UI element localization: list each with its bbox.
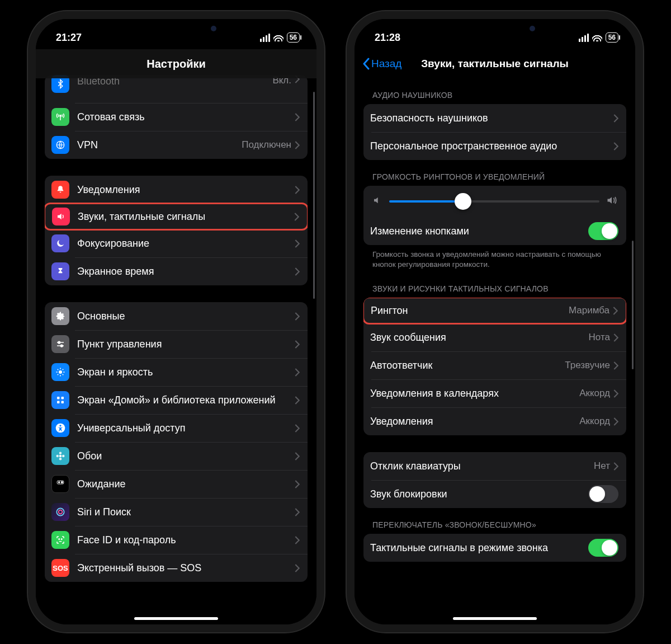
accessibility-icon xyxy=(51,419,69,437)
row-display[interactable]: Экран и яркость xyxy=(45,358,308,386)
volume-footer: Громкость звонка и уведомлений можно нас… xyxy=(363,245,626,272)
label: Звук сообщения xyxy=(370,331,589,344)
row-text-tone[interactable]: Звук сообщения Нота xyxy=(363,323,626,351)
row-calendar-alerts[interactable]: Уведомления в календарях Аккорд xyxy=(363,379,626,407)
label: Обои xyxy=(77,450,295,463)
scroll-indicator[interactable] xyxy=(632,241,634,369)
label: Экран «Домой» и библиотека приложений xyxy=(77,394,295,407)
volume-low-icon xyxy=(372,195,382,208)
standby-icon xyxy=(51,475,69,493)
section-header-ringer: ПЕРЕКЛЮЧАТЕЛЬ «ЗВОНОК/БЕСШУМНО» xyxy=(363,508,626,534)
row-bluetooth[interactable]: Bluetooth Вкл. xyxy=(45,75,308,103)
row-lock-sound[interactable]: Звук блокировки xyxy=(363,480,626,508)
row-ringtone[interactable]: Рингтон Маримба xyxy=(363,298,626,325)
label: Отклик клавиатуры xyxy=(370,460,594,473)
svg-point-12 xyxy=(59,452,62,455)
row-reminder-alerts[interactable]: Уведомления Аккорд xyxy=(363,407,626,435)
sun-icon xyxy=(51,363,69,381)
row-vpn[interactable]: VPN Подключен xyxy=(45,131,308,159)
row-homescreen[interactable]: Экран «Домой» и библиотека приложений xyxy=(45,386,308,414)
chevron-right-icon xyxy=(295,452,300,460)
chevron-right-icon xyxy=(295,396,300,405)
chevron-right-icon xyxy=(295,239,300,248)
nav-back-button[interactable]: Назад xyxy=(362,58,401,70)
label: Сотовая связь xyxy=(77,111,295,124)
svg-point-17 xyxy=(58,481,60,483)
home-indicator[interactable] xyxy=(134,617,218,620)
row-focus[interactable]: Фокусирование xyxy=(45,229,308,257)
nav-header: Назад Звуки, тактильные сигналы xyxy=(355,49,635,78)
row-standby[interactable]: Ожидание xyxy=(45,470,308,498)
row-voicemail[interactable]: Автоответчик Трезвучие xyxy=(363,351,626,379)
value: Нота xyxy=(589,332,610,343)
svg-point-10 xyxy=(59,425,61,426)
svg-point-20 xyxy=(59,510,63,514)
row-faceid[interactable]: Face ID и код-пароль xyxy=(45,526,308,554)
group-keyboard: Отклик клавиатуры Нет Звук блокировки xyxy=(363,452,626,508)
siri-icon xyxy=(51,503,69,521)
row-cellular[interactable]: Сотовая связь xyxy=(45,103,308,131)
row-notifications[interactable]: Уведомления xyxy=(45,176,308,204)
notch xyxy=(115,19,238,38)
row-accessibility[interactable]: Универсальный доступ xyxy=(45,414,308,442)
gear-icon xyxy=(51,307,69,325)
chevron-right-icon xyxy=(295,312,300,321)
row-spatial-audio[interactable]: Персональное пространственное аудио xyxy=(363,132,626,160)
chevron-right-icon xyxy=(613,142,618,151)
status-time: 21:28 xyxy=(375,32,400,44)
row-sos[interactable]: SOS Экстренный вызов — SOS xyxy=(45,554,308,582)
row-ring-haptic[interactable]: Тактильные сигналы в режиме звонка xyxy=(363,534,626,562)
group-main: Основные Пункт управления Экран и яркост… xyxy=(45,302,308,582)
row-screentime[interactable]: Экранное время xyxy=(45,257,308,285)
switch-lock-sound[interactable] xyxy=(588,485,618,503)
group-sound-patterns: Рингтон Маримба Звук сообщения Нота Авто… xyxy=(363,298,626,435)
chevron-right-icon xyxy=(613,417,618,426)
switch-change-buttons[interactable] xyxy=(588,222,618,240)
value: Подключен xyxy=(242,139,291,151)
label: Изменение кнопками xyxy=(370,225,588,238)
apps-grid-icon xyxy=(51,391,69,409)
group-attention: Уведомления Звуки, тактильные сигналы Фо… xyxy=(45,176,308,285)
row-wallpaper[interactable]: Обои xyxy=(45,442,308,470)
chevron-right-icon xyxy=(295,480,300,488)
row-siri[interactable]: Siri и Поиск xyxy=(45,498,308,526)
switch-ring-haptic[interactable] xyxy=(588,539,618,557)
group-connectivity: Bluetooth Вкл. Сотовая связь VPN xyxy=(45,75,308,159)
label: Уведомления в календарях xyxy=(370,387,579,400)
chevron-right-icon xyxy=(295,267,300,276)
moon-icon xyxy=(51,234,69,252)
chevron-right-icon xyxy=(295,564,300,572)
row-headphone-safety[interactable]: Безопасность наушников xyxy=(363,104,626,132)
chevron-right-icon xyxy=(295,536,300,544)
wifi-icon xyxy=(273,34,283,41)
page-title: Настройки xyxy=(147,58,206,70)
scroll-indicator[interactable] xyxy=(313,92,315,299)
slider-thumb[interactable] xyxy=(455,193,471,210)
value: Нет xyxy=(594,460,610,472)
section-header-volume: ГРОМКОСТЬ РИНГТОНОВ И УВЕДОМЛЕНИЙ xyxy=(363,160,626,186)
label: Фокусирование xyxy=(77,237,295,250)
page-title: Звуки, тактильные сигналы xyxy=(421,58,569,70)
cellular-signal-icon xyxy=(579,34,589,42)
svg-point-19 xyxy=(56,508,64,515)
volume-slider[interactable] xyxy=(389,200,599,203)
label: Звук блокировки xyxy=(370,488,588,501)
row-sounds-haptics[interactable]: Звуки, тактильные сигналы xyxy=(45,203,308,231)
section-header-headphones: АУДИО НАУШНИКОВ xyxy=(363,78,626,104)
chevron-right-icon xyxy=(613,361,618,370)
row-change-with-buttons[interactable]: Изменение кнопками xyxy=(363,217,626,245)
row-general[interactable]: Основные xyxy=(45,302,308,330)
sliders-icon xyxy=(51,335,69,353)
svg-point-11 xyxy=(59,455,62,458)
row-keyboard-feedback[interactable]: Отклик клавиатуры Нет xyxy=(363,452,626,480)
label: Тактильные сигналы в режиме звонка xyxy=(370,542,588,554)
svg-rect-5 xyxy=(57,397,60,399)
chevron-right-icon xyxy=(294,213,299,221)
group-headphones: Безопасность наушников Персональное прос… xyxy=(363,104,626,160)
notch xyxy=(433,19,556,38)
home-indicator[interactable] xyxy=(453,617,537,620)
row-control-center[interactable]: Пункт управления xyxy=(45,330,308,358)
chevron-right-icon xyxy=(295,186,300,194)
label: Пункт управления xyxy=(77,338,295,351)
svg-point-14 xyxy=(56,455,59,458)
